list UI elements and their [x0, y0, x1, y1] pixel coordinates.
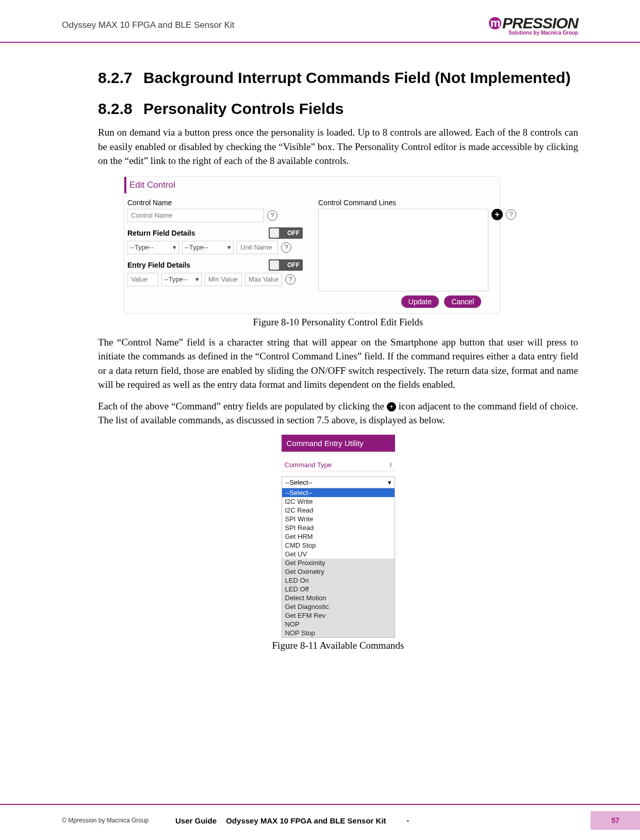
chevron-down-icon: ▾: [173, 243, 176, 251]
copyright: © Mpression by Macnica Group: [62, 817, 175, 824]
section-title-828: Personality Controls Fields: [143, 100, 343, 118]
section-number-828: 8.2.8: [98, 100, 143, 118]
help-icon[interactable]: ?: [267, 210, 277, 221]
command-option[interactable]: I2C Write: [282, 497, 395, 506]
command-type-select[interactable]: --Select-- ▾: [282, 476, 395, 488]
logo-plus-icon: m: [489, 17, 501, 29]
update-button[interactable]: Update: [401, 295, 439, 308]
help-icon[interactable]: ?: [285, 274, 296, 285]
plus-icon: +: [387, 402, 396, 411]
chevron-down-icon: ▾: [195, 275, 199, 283]
chevron-down-icon: ▾: [388, 479, 391, 486]
min-value-input[interactable]: [205, 273, 242, 286]
return-type-select[interactable]: --Type--▾: [127, 241, 179, 254]
figure-8-11-caption: Figure 8-11 Available Commands: [98, 640, 578, 651]
control-name-label: Control Name: [127, 199, 303, 207]
control-command-lines-label: Control Command Lines: [318, 199, 516, 207]
unit-name-input[interactable]: [237, 241, 278, 254]
command-option[interactable]: I2C Read: [282, 506, 395, 515]
entry-toggle[interactable]: OFF: [269, 259, 303, 271]
help-icon[interactable]: ?: [506, 209, 516, 220]
doc-title: Odyssey MAX 10 FPGA and BLE Sensor Kit: [62, 20, 235, 30]
command-option[interactable]: NOP Stop: [282, 629, 395, 637]
control-name-input[interactable]: [127, 209, 264, 222]
brand-logo: m PRESSION Solutions by Macnica Group: [489, 14, 578, 36]
return-field-label: Return Field Details: [127, 229, 195, 237]
footer-dash: -: [407, 816, 409, 825]
control-command-lines-textarea[interactable]: [318, 209, 488, 291]
section-title-827: Background Interrupt Commands Field (Not…: [143, 69, 570, 87]
logo-subtitle: Solutions by Macnica Group: [508, 30, 578, 36]
chevron-down-icon: ▾: [227, 243, 231, 251]
command-option[interactable]: Get Diagnostic: [282, 602, 395, 611]
paragraph-control-name: The “Control Name” field is a character …: [98, 335, 578, 392]
entry-type-select[interactable]: --Type--▾: [161, 273, 202, 286]
edit-control-dialog: Edit Control Control Name ? Return Field…: [124, 176, 500, 314]
page-number: 57: [590, 811, 640, 830]
entry-field-label: Entry Field Details: [127, 261, 190, 269]
return-toggle[interactable]: OFF: [269, 227, 303, 239]
command-option[interactable]: SPI Write: [282, 515, 395, 523]
max-value-input[interactable]: [245, 273, 282, 286]
command-option[interactable]: Get HRM: [282, 532, 395, 541]
command-entry-utility: Command Entry Utility Command Type I --S…: [282, 435, 395, 638]
footer-doc-title: Odyssey MAX 10 FPGA and BLE Sensor Kit: [226, 816, 386, 825]
footer-rule: [0, 804, 640, 805]
command-utility-title: Command Entry Utility: [282, 435, 395, 452]
command-option[interactable]: CMD Stop: [282, 541, 395, 550]
logo-text: PRESSION: [502, 14, 578, 32]
command-option[interactable]: Detect Motion: [282, 594, 395, 602]
command-option[interactable]: --Select--: [282, 488, 395, 497]
command-option[interactable]: Get Oximetry: [282, 567, 395, 576]
help-icon[interactable]: ?: [281, 242, 291, 253]
command-type-options: --Select-- I2C Write I2C Read SPI Write …: [282, 488, 395, 638]
command-type-label: Command Type: [285, 461, 332, 469]
return-type2-select[interactable]: --Type--▾: [182, 241, 234, 254]
command-option[interactable]: SPI Read: [282, 523, 395, 532]
cancel-button[interactable]: Cancel: [444, 295, 481, 308]
column-i-label: I: [390, 461, 392, 469]
command-option[interactable]: Get EFM Rev: [282, 611, 395, 620]
footer-user-guide: User Guide: [175, 816, 217, 825]
figure-8-10-caption: Figure 8-10 Personality Control Edit Fie…: [98, 317, 578, 328]
command-option[interactable]: Get Proximity: [282, 558, 395, 567]
paragraph-intro: Run on demand via a button press once th…: [98, 125, 578, 168]
command-option[interactable]: Get UV: [282, 550, 395, 558]
command-option[interactable]: LED Off: [282, 585, 395, 594]
add-command-icon[interactable]: +: [491, 209, 503, 220]
section-number-827: 8.2.7: [98, 69, 143, 87]
command-option[interactable]: NOP: [282, 620, 395, 629]
value-input[interactable]: [127, 273, 158, 286]
paragraph-plus-icon: Each of the above “Command” entry fields…: [98, 399, 578, 427]
command-option[interactable]: LED On: [282, 576, 395, 585]
edit-control-heading: Edit Control: [124, 177, 495, 193]
